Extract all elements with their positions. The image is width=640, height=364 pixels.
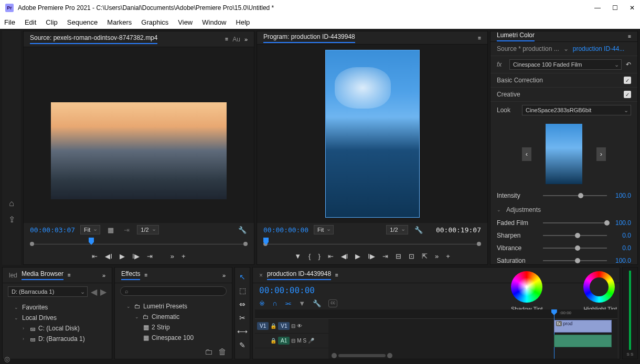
- reset-icon[interactable]: ↶: [626, 61, 631, 68]
- saturation-value[interactable]: 100.0: [611, 257, 631, 264]
- linked-selection-icon[interactable]: ⫘: [284, 299, 291, 307]
- step-back-icon[interactable]: ◀I: [105, 252, 112, 260]
- section-adjustments[interactable]: Adjustments: [506, 206, 541, 213]
- overflow-icon[interactable]: »: [102, 272, 105, 279]
- solo-indicators[interactable]: S S: [627, 352, 634, 357]
- goto-in-icon[interactable]: ⇤: [328, 252, 334, 260]
- back-icon[interactable]: ◀: [91, 287, 97, 297]
- track-lanes[interactable]: :00:00 fx prod: [328, 309, 617, 359]
- tree-local-drives[interactable]: ⌄Local Drives: [8, 313, 106, 323]
- snap-icon[interactable]: ※: [259, 299, 265, 307]
- menu-view[interactable]: View: [178, 18, 193, 26]
- vibrance-slider[interactable]: [543, 248, 607, 249]
- lift-icon[interactable]: ⊟: [396, 252, 401, 260]
- tree-cinematic[interactable]: ⌄🗀Cinematic: [120, 312, 227, 322]
- panel-menu-icon[interactable]: ≡: [225, 36, 228, 42]
- menu-help[interactable]: Help: [236, 18, 250, 26]
- look-prev-arrow[interactable]: ‹: [522, 147, 531, 161]
- intensity-slider[interactable]: [543, 195, 607, 196]
- panel-menu-icon[interactable]: ≡: [68, 272, 71, 278]
- saturation-slider[interactable]: [543, 260, 607, 261]
- mark-out-icon[interactable]: }: [318, 252, 320, 260]
- mark-in-icon[interactable]: {: [308, 252, 311, 260]
- menu-file[interactable]: File: [4, 18, 15, 26]
- panel-menu-icon[interactable]: ≡: [144, 272, 147, 278]
- panel-menu-icon[interactable]: ≡: [628, 34, 631, 39]
- track-select-tool-icon[interactable]: ⬚: [239, 286, 246, 295]
- look-next-arrow[interactable]: ›: [596, 147, 606, 161]
- audio-clip[interactable]: [554, 335, 612, 347]
- eye-icon[interactable]: 👁: [297, 323, 302, 329]
- maximize-button[interactable]: ☐: [612, 4, 618, 12]
- more-transport-icon[interactable]: »: [170, 252, 174, 260]
- selection-tool-icon[interactable]: ↖: [239, 273, 246, 281]
- zoom-out-handle[interactable]: [332, 353, 337, 358]
- overflow-icon[interactable]: »: [244, 36, 248, 42]
- play-icon[interactable]: ▶: [355, 252, 360, 260]
- export-frame-icon[interactable]: ⇱: [422, 252, 428, 260]
- settings-icon[interactable]: ▦: [105, 226, 116, 234]
- source-extra-tab[interactable]: Au: [232, 36, 240, 43]
- lumetri-tab[interactable]: Lumetri Color: [497, 31, 535, 41]
- source-res-select[interactable]: 1/2: [137, 225, 158, 234]
- program-res-select[interactable]: 1/2: [386, 225, 408, 234]
- source-zoom-select[interactable]: Fit: [80, 225, 100, 234]
- source-tab[interactable]: Source: pexels-roman-odintsov-8747382.mp…: [30, 34, 157, 44]
- close-button[interactable]: ✕: [630, 4, 635, 12]
- menu-sequence[interactable]: Sequence: [67, 18, 98, 26]
- lumetri-preset-select[interactable]: Cinespace 100 Faded Film: [509, 59, 622, 70]
- new-bin-icon[interactable]: 🗀: [205, 347, 213, 357]
- faded-value[interactable]: 100.0: [611, 219, 631, 227]
- program-viewport[interactable]: [257, 45, 487, 223]
- tree-cinespace100[interactable]: ▦Cinespace 100: [120, 333, 227, 343]
- video-clip[interactable]: fx prod: [554, 320, 612, 333]
- add-marker-icon[interactable]: ▼: [294, 252, 301, 260]
- target-icon[interactable]: ⊟: [291, 338, 295, 344]
- mute-label[interactable]: M: [297, 338, 301, 344]
- delete-icon[interactable]: 🗑: [218, 347, 227, 357]
- lumetri-seq-link[interactable]: production ID-44...: [573, 45, 625, 52]
- forward-icon[interactable]: ▶: [100, 287, 106, 297]
- drive-select[interactable]: D: (Barracuda 1): [8, 286, 88, 297]
- step-fwd-icon[interactable]: I▶: [368, 252, 375, 260]
- panel-menu-icon[interactable]: ≡: [478, 35, 481, 41]
- menu-edit[interactable]: Edit: [25, 18, 36, 26]
- cc-icon[interactable]: cc: [328, 299, 337, 307]
- lock-icon[interactable]: 🔒: [270, 323, 276, 329]
- section-creative[interactable]: Creative: [497, 91, 520, 98]
- add-button-icon[interactable]: +: [182, 252, 186, 260]
- more-transport-icon[interactable]: »: [435, 252, 439, 260]
- panel-menu-icon[interactable]: ≡: [335, 272, 338, 278]
- tree-lumetri-presets[interactable]: ⌄🗀Lumetri Presets: [120, 301, 227, 312]
- sharpen-slider[interactable]: [543, 235, 607, 236]
- slip-tool-icon[interactable]: ⟷: [237, 327, 248, 336]
- marker-icon[interactable]: ▼: [298, 299, 305, 307]
- program-in-timecode[interactable]: 00:00:00:00: [263, 226, 308, 234]
- mark-out-icon[interactable]: ⇥: [147, 252, 153, 260]
- zoom-in-handle[interactable]: [387, 353, 392, 358]
- play-icon[interactable]: ▶: [120, 252, 125, 260]
- source-timecode[interactable]: 00:00:03:07: [30, 226, 75, 234]
- wrench-icon[interactable]: 🔧: [413, 226, 424, 234]
- source-scrubber[interactable]: [30, 238, 248, 248]
- menu-clip[interactable]: Clip: [46, 18, 57, 26]
- zoom-scrollbar[interactable]: [338, 354, 386, 357]
- magnet-icon[interactable]: ∩: [272, 299, 277, 307]
- export-icon[interactable]: ⇪: [8, 215, 15, 224]
- step-fwd-icon[interactable]: I▶: [132, 252, 140, 260]
- add-button-icon[interactable]: +: [446, 252, 450, 260]
- project-tab-truncated[interactable]: led: [9, 272, 17, 279]
- tree-c-drive[interactable]: ›🖴C: (Local Disk): [8, 323, 106, 334]
- mic-icon[interactable]: 🎤: [308, 338, 314, 344]
- wrench-icon[interactable]: 🔧: [237, 226, 248, 234]
- intensity-value[interactable]: 100.0: [611, 192, 631, 199]
- sharpen-value[interactable]: 0.0: [611, 232, 631, 239]
- shadow-tint-wheel[interactable]: +: [511, 271, 542, 303]
- program-scrubber[interactable]: [263, 238, 481, 248]
- program-zoom-select[interactable]: Fit: [314, 225, 334, 234]
- cc-app-icon[interactable]: ◎: [4, 355, 10, 363]
- solo-label[interactable]: S: [303, 338, 307, 344]
- creative-enable-checkbox[interactable]: ✓: [624, 91, 631, 98]
- effects-search-input[interactable]: ⌕: [120, 286, 227, 296]
- menu-markers[interactable]: Markers: [107, 18, 132, 26]
